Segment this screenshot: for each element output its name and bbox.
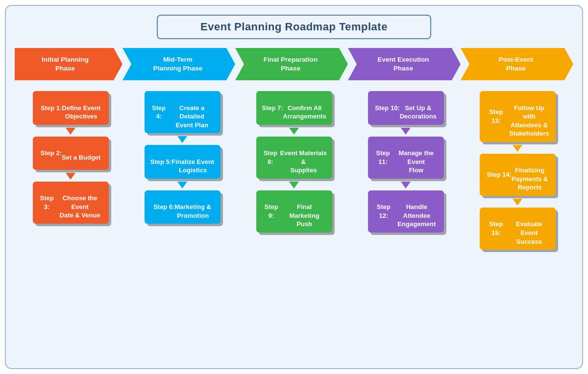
step-box-5: Step 5:Finalize EventLogistics bbox=[145, 145, 220, 179]
step-col-5: Step 13:Follow Up withAttendees &Stakeho… bbox=[462, 89, 573, 363]
phase-arrow-2: Mid-TermPlanning Phase bbox=[122, 48, 235, 80]
step-box-9: Step 9:Final MarketingPush bbox=[256, 190, 332, 233]
arrow-down-col5-2 bbox=[513, 199, 522, 206]
step-box-7: Step 7:Confirm AllArrangements bbox=[256, 91, 332, 125]
main-container: Event Planning Roadmap Template Initial … bbox=[5, 5, 583, 369]
step-box-6: Step 6:Marketing &Promotion bbox=[145, 190, 220, 224]
step-box-12: Step 12:Handle AttendeeEngagement bbox=[368, 190, 444, 233]
phase-arrow-1: Initial PlanningPhase bbox=[15, 48, 122, 80]
step-col-1: Step 1:Define EventObjectivesStep 2:Set … bbox=[15, 89, 126, 363]
step-box-2: Step 2:Set a Budget bbox=[33, 137, 109, 170]
step-box-15: Step 15:Evaluate EventSuccess bbox=[480, 208, 556, 250]
arrow-down-col1-2 bbox=[66, 173, 75, 180]
step-col-2: Step 4:Create a DetailedEvent PlanStep 5… bbox=[126, 89, 238, 363]
arrow-down-col4-2 bbox=[401, 182, 411, 188]
step-col-4: Step 10:Set Up &DecorationsStep 11:Manag… bbox=[350, 89, 462, 363]
phase-arrow-5: Post-EventPhase bbox=[461, 48, 573, 80]
step-box-4: Step 4:Create a DetailedEvent Plan bbox=[145, 91, 220, 133]
arrow-down-col2-2 bbox=[177, 182, 187, 188]
arrow-down-col5-1 bbox=[513, 145, 522, 152]
steps-grid: Step 1:Define EventObjectivesStep 2:Set … bbox=[15, 89, 573, 363]
step-box-8: Step 8:Event Materials &Supplies bbox=[256, 137, 332, 179]
phase-arrow-3: Final PreparationPhase bbox=[235, 48, 348, 80]
phases-row: Initial PlanningPhaseMid-TermPlanning Ph… bbox=[15, 48, 573, 80]
arrow-down-col4-1 bbox=[401, 128, 411, 135]
step-col-3: Step 7:Confirm AllArrangementsStep 8:Eve… bbox=[238, 89, 350, 363]
page-title: Event Planning Roadmap Template bbox=[200, 21, 388, 33]
step-box-10: Step 10:Set Up &Decorations bbox=[368, 91, 444, 125]
step-box-11: Step 11:Manage the EventFlow bbox=[368, 137, 444, 179]
arrow-down-col3-1 bbox=[289, 128, 299, 135]
arrow-down-col3-2 bbox=[289, 182, 299, 188]
step-box-13: Step 13:Follow Up withAttendees &Stakeho… bbox=[480, 91, 556, 142]
arrow-down-col2-1 bbox=[177, 136, 187, 143]
arrow-down-col1-1 bbox=[66, 128, 75, 135]
step-box-14: Step 14:FinalizingPayments &Reports bbox=[480, 154, 556, 196]
step-box-3: Step 3:Choose the EventDate & Venue bbox=[33, 182, 109, 224]
phase-arrow-4: Event ExecutionPhase bbox=[348, 48, 461, 80]
title-box: Event Planning Roadmap Template bbox=[157, 15, 431, 39]
step-box-1: Step 1:Define EventObjectives bbox=[33, 91, 109, 125]
